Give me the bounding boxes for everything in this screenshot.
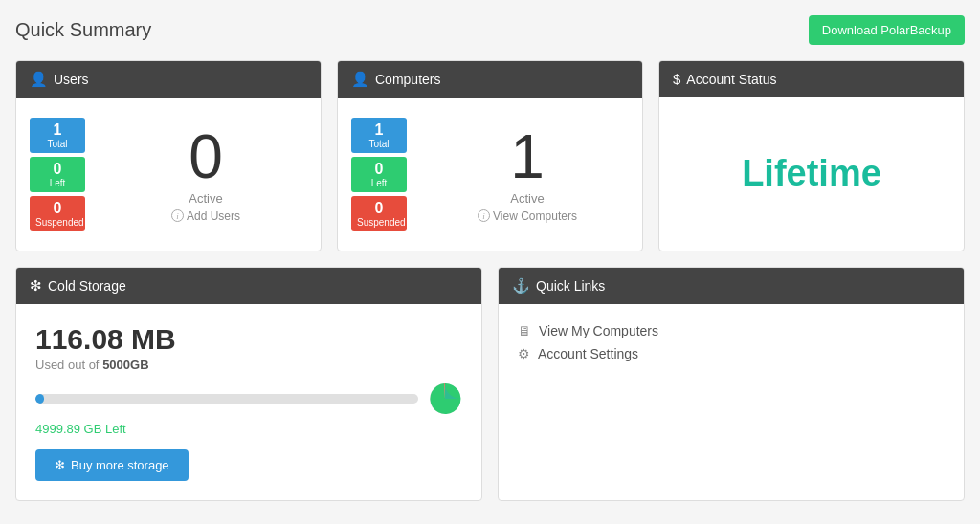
account-status-body: Lifetime <box>659 97 964 250</box>
buy-storage-button[interactable]: ❇ Buy more storage <box>35 449 189 481</box>
users-active-number: 0 <box>189 126 223 187</box>
computers-stat-right: 1 Active i View Computers <box>426 126 629 223</box>
view-computers-link[interactable]: i View Computers <box>478 209 577 223</box>
add-users-link[interactable]: i Add Users <box>171 209 240 223</box>
users-header-label: Users <box>54 72 89 87</box>
users-active-label: Active <box>189 191 222 206</box>
quick-links-card: ⚓ Quick Links 🖥 View My Computers ⚙ Acco… <box>498 267 965 501</box>
pie-chart <box>428 382 462 416</box>
storage-used: Used out of 5000GB <box>35 358 149 372</box>
account-status-icon: $ <box>673 71 680 87</box>
computers-active-label: Active <box>510 191 544 206</box>
progress-bar-row <box>35 382 462 416</box>
users-badges: 1 Total 0 Left 0 Suspended <box>30 118 85 231</box>
pie-chart-svg <box>428 382 462 416</box>
users-stat-right: 0 Active i Add Users <box>104 126 307 223</box>
users-left-badge: 0 Left <box>30 157 85 192</box>
progress-bar-fill <box>35 394 44 404</box>
users-card-body: 1 Total 0 Left 0 Suspended 0 Active i Ad… <box>16 98 321 251</box>
users-icon: 👤 <box>30 71 48 88</box>
users-total-badge: 1 Total <box>30 118 85 153</box>
view-computers-label: View My Computers <box>539 323 658 338</box>
computers-badges: 1 Total 0 Left 0 Suspended <box>351 118 407 231</box>
quick-link-view-computers[interactable]: 🖥 View My Computers <box>518 323 658 338</box>
cold-storage-header: ❇ Cold Storage <box>16 268 481 304</box>
buy-storage-icon: ❇ <box>55 458 65 472</box>
account-status-card: $ Account Status Lifetime <box>658 60 965 251</box>
top-cards-row: 👤 Users 1 Total 0 Left 0 Suspended 0 <box>15 60 965 251</box>
lifetime-text: Lifetime <box>742 153 881 194</box>
account-settings-label: Account Settings <box>538 346 638 361</box>
quick-links-body: 🖥 View My Computers ⚙ Account Settings <box>499 304 964 457</box>
page-header: Quick Summary Download PolarBackup <box>15 15 965 45</box>
bottom-cards-row: ❇ Cold Storage 116.08 MB Used out of 500… <box>15 267 965 501</box>
monitor-icon: 🖥 <box>518 323 531 338</box>
users-suspended-badge: 0 Suspended <box>30 196 85 231</box>
users-card: 👤 Users 1 Total 0 Left 0 Suspended 0 <box>15 60 322 251</box>
users-card-header: 👤 Users <box>16 61 321 98</box>
computers-card: 👤 Computers 1 Total 0 Left 0 Suspended 1 <box>337 60 643 251</box>
storage-size: 116.08 MB <box>35 323 176 356</box>
computers-left-badge: 0 Left <box>351 157 407 192</box>
account-status-header-label: Account Status <box>686 72 776 87</box>
computers-total-badge: 1 Total <box>351 118 407 153</box>
computers-active-number: 1 <box>510 126 545 187</box>
progress-bar-bg <box>35 394 418 404</box>
page-title: Quick Summary <box>15 19 151 41</box>
storage-left: 4999.89 GB Left <box>35 422 126 436</box>
quick-links-header-label: Quick Links <box>536 278 605 294</box>
cold-storage-icon: ❇ <box>30 277 42 295</box>
cold-storage-card: ❇ Cold Storage 116.08 MB Used out of 500… <box>15 267 482 501</box>
quick-links-header: ⚓ Quick Links <box>499 268 964 304</box>
quick-links-icon: ⚓ <box>512 277 530 295</box>
quick-link-account-settings[interactable]: ⚙ Account Settings <box>518 346 638 361</box>
account-status-header: $ Account Status <box>659 61 964 97</box>
download-button[interactable]: Download PolarBackup <box>809 15 965 45</box>
gear-icon: ⚙ <box>518 346 530 361</box>
cold-storage-body: 116.08 MB Used out of 5000GB <box>16 304 481 500</box>
computers-card-body: 1 Total 0 Left 0 Suspended 1 Active i Vi… <box>338 98 642 251</box>
computers-card-header: 👤 Computers <box>338 61 642 98</box>
computers-header-label: Computers <box>375 72 440 87</box>
total-storage: 5000GB <box>102 358 148 372</box>
computers-suspended-badge: 0 Suspended <box>351 196 407 231</box>
info-icon: i <box>171 209 184 222</box>
info-icon-computers: i <box>478 209 490 222</box>
computers-icon: 👤 <box>351 71 369 88</box>
cold-storage-header-label: Cold Storage <box>48 278 126 294</box>
